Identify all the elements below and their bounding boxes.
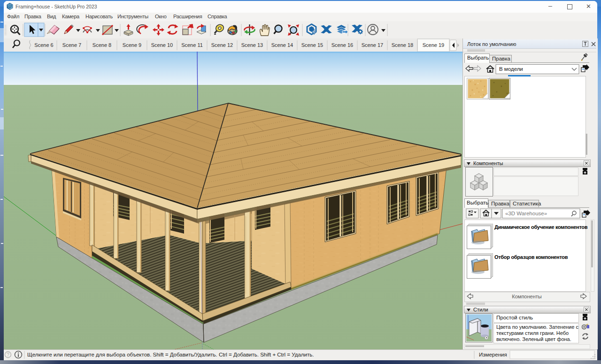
svg-text:Компоненты: Компоненты [512, 294, 541, 299]
svg-text:?: ? [7, 352, 9, 357]
svg-text:В модели: В модели [499, 66, 523, 72]
svg-text:Щелкните или перетащите для вы: Щелкните или перетащите для выбора объек… [27, 352, 314, 357]
svg-text:Измерения: Измерения [479, 352, 507, 357]
svg-text:«3D Warehouse»: «3D Warehouse» [505, 211, 547, 216]
